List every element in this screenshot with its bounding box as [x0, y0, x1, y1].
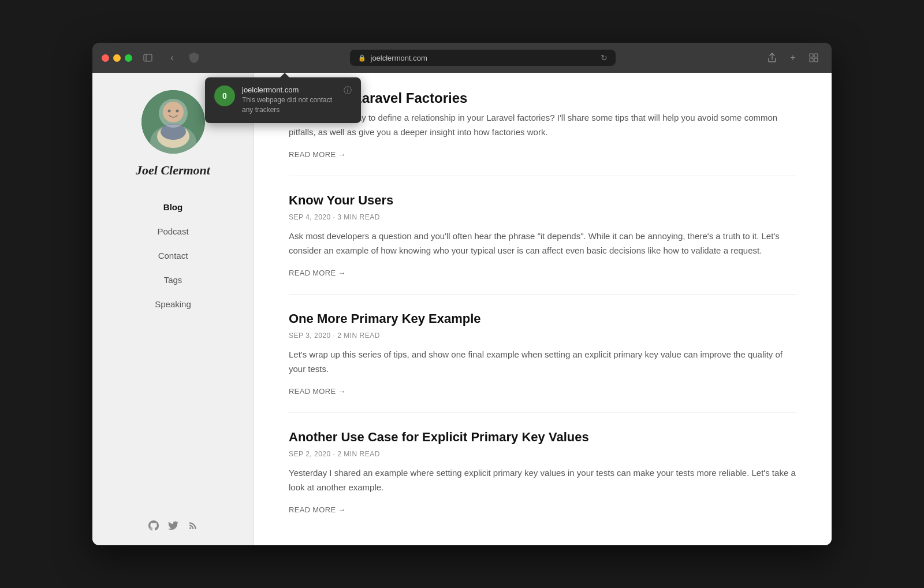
- tab-overview-button[interactable]: [805, 49, 822, 66]
- url-text: joelclermont.com: [371, 54, 427, 62]
- maximize-button[interactable]: [125, 54, 132, 62]
- read-more-link-3[interactable]: READ MORE →: [289, 505, 346, 514]
- browser-content: 0 joelclermont.com This webpage did not …: [92, 73, 832, 545]
- article-excerpt-1: Ask most developers a question and you'l…: [289, 229, 797, 258]
- nav-item-podcast[interactable]: Podcast: [104, 219, 242, 244]
- browser-chrome: ‹ › 🔒 joelclermont.com ↻ +: [92, 43, 832, 73]
- article-excerpt-0: What's the best way to define a relation…: [289, 111, 797, 140]
- site-name: Joel Clermont: [136, 163, 210, 178]
- tracker-popup: 0 joelclermont.com This webpage did not …: [205, 77, 361, 123]
- nav-item-tags[interactable]: Tags: [104, 268, 242, 292]
- article-meta-3: SEP 2, 2020 · 2 MIN READ: [289, 450, 797, 458]
- article-card-1: Know Your Users SEP 4, 2020 · 3 MIN READ…: [289, 176, 797, 295]
- nav-menu: Blog Podcast Contact Tags Speaking: [104, 195, 242, 317]
- address-bar[interactable]: 🔒 joelclermont.com ↻: [350, 50, 616, 66]
- article-title-0: nships in Laravel Factories: [289, 90, 797, 106]
- traffic-lights: [102, 54, 132, 62]
- nav-item-blog[interactable]: Blog: [104, 195, 242, 219]
- refresh-button[interactable]: ↻: [601, 53, 608, 62]
- svg-point-11: [176, 110, 178, 113]
- article-title-2: One More Primary Key Example: [289, 311, 797, 328]
- article-title-3: Another Use Case for Explicit Primary Ke…: [289, 429, 797, 446]
- share-button[interactable]: [763, 49, 781, 66]
- popup-info-icon[interactable]: ⓘ: [344, 85, 352, 96]
- tracker-badge: 0: [214, 85, 235, 106]
- avatar-image: [141, 90, 205, 154]
- lock-icon: 🔒: [358, 54, 366, 62]
- svg-point-9: [161, 124, 186, 140]
- svg-rect-4: [810, 58, 813, 62]
- popup-text: joelclermont.com This webpage did not co…: [242, 85, 337, 115]
- browser-actions: +: [763, 49, 822, 66]
- browser-window: ‹ › 🔒 joelclermont.com ↻ +: [92, 43, 832, 545]
- svg-point-8: [157, 125, 189, 148]
- nav-item-contact[interactable]: Contact: [104, 244, 242, 268]
- svg-rect-5: [814, 58, 818, 62]
- nav-link-tags[interactable]: Tags: [164, 275, 182, 285]
- read-more-link-2[interactable]: READ MORE →: [289, 387, 346, 396]
- avatar: [141, 90, 205, 154]
- svg-rect-2: [810, 54, 813, 57]
- sidebar: Joel Clermont Blog Podcast Contact Tags …: [92, 73, 254, 545]
- article-meta-2: SEP 3, 2020 · 2 MIN READ: [289, 332, 797, 340]
- main-content[interactable]: nships in Laravel Factories What's the b…: [254, 73, 832, 545]
- svg-rect-3: [814, 54, 818, 57]
- article-excerpt-3: Yesterday I shared an example where sett…: [289, 466, 797, 495]
- article-meta-1: SEP 4, 2020 · 3 MIN READ: [289, 213, 797, 221]
- twitter-icon[interactable]: [168, 520, 178, 534]
- read-more-link-0[interactable]: READ MORE →: [289, 150, 346, 159]
- svg-point-10: [167, 110, 170, 113]
- close-button[interactable]: [102, 54, 109, 62]
- svg-point-7: [163, 102, 184, 122]
- article-title-1: Know Your Users: [289, 192, 797, 209]
- back-button[interactable]: ‹: [163, 49, 181, 66]
- svg-point-6: [141, 90, 205, 154]
- article-card-partial: nships in Laravel Factories What's the b…: [289, 90, 797, 176]
- nav-item-speaking[interactable]: Speaking: [104, 292, 242, 317]
- read-more-link-1[interactable]: READ MORE →: [289, 269, 346, 277]
- nav-link-speaking[interactable]: Speaking: [155, 299, 191, 309]
- article-excerpt-2: Let's wrap up this series of tips, and s…: [289, 348, 797, 377]
- sidebar-toggle-button[interactable]: [139, 49, 157, 66]
- article-card-2: One More Primary Key Example SEP 3, 2020…: [289, 295, 797, 413]
- popup-message: This webpage did not contact any tracker…: [242, 95, 337, 115]
- github-icon[interactable]: [148, 520, 159, 534]
- address-bar-container: 🔒 joelclermont.com ↻: [208, 50, 757, 66]
- svg-rect-0: [144, 54, 152, 61]
- article-card-3: Another Use Case for Explicit Primary Ke…: [289, 413, 797, 531]
- nav-link-podcast[interactable]: Podcast: [157, 226, 188, 236]
- popup-domain: joelclermont.com: [242, 85, 337, 94]
- nav-link-contact[interactable]: Contact: [158, 251, 188, 260]
- minimize-button[interactable]: [113, 54, 121, 62]
- nav-link-blog[interactable]: Blog: [163, 202, 182, 212]
- social-icons: [148, 520, 198, 534]
- rss-icon[interactable]: [188, 520, 198, 534]
- new-tab-button[interactable]: +: [784, 49, 802, 66]
- shield-privacy-button[interactable]: [185, 49, 203, 66]
